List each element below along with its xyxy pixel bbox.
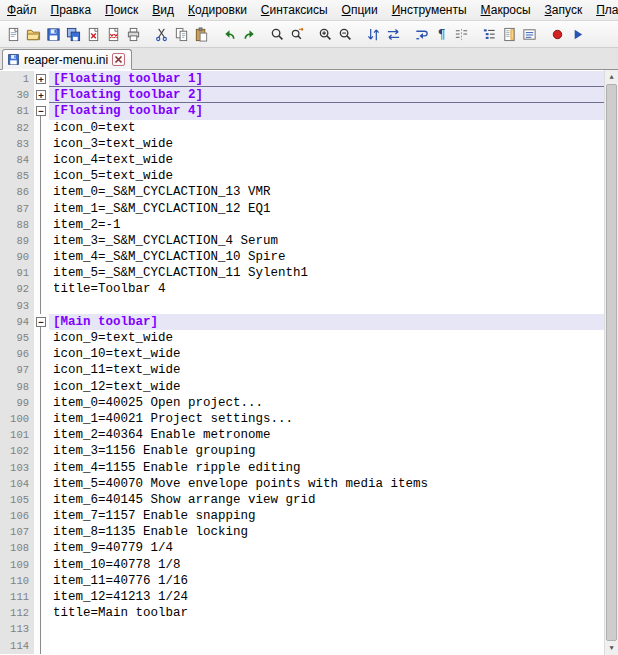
editor-row[interactable]: 82icon_0=text (0, 120, 604, 136)
macro-play-icon[interactable] (567, 23, 587, 45)
editor-row[interactable]: 94−[Main toolbar] (0, 314, 604, 330)
editor-row[interactable]: 30+[Floating toolbar 2] (0, 87, 604, 103)
editor-row[interactable]: 97icon_11=text_wide (0, 362, 604, 378)
find-icon[interactable] (267, 23, 287, 45)
editor-row[interactable]: 93 (0, 298, 604, 314)
new-file-icon[interactable] (3, 23, 23, 45)
line-number: 111 (0, 589, 34, 605)
save-icon[interactable] (43, 23, 63, 45)
editor-row[interactable]: 109item_10=40778 1/8 (0, 557, 604, 573)
menu-item[interactable]: Опции (335, 1, 385, 20)
word-wrap-icon[interactable] (411, 23, 431, 45)
vertical-scrollbar[interactable] (604, 70, 618, 655)
editor-row[interactable]: 107item_8=1135 Enable locking (0, 524, 604, 540)
cut-icon[interactable] (151, 23, 171, 45)
paste-icon[interactable] (191, 23, 211, 45)
close-all-icon[interactable] (103, 23, 123, 45)
editor-row[interactable]: 1+[Floating toolbar 1] (0, 71, 604, 87)
editor-row[interactable]: 105item_6=40145 Show arrange view grid (0, 492, 604, 508)
menu-item[interactable]: Синтаксисы (254, 1, 335, 20)
editor-row[interactable]: 102item_3=1156 Enable grouping (0, 443, 604, 459)
editor-row[interactable]: 113 (0, 621, 604, 637)
editor-row[interactable]: 110item_11=40776 1/16 (0, 573, 604, 589)
copy-icon[interactable] (171, 23, 191, 45)
scroll-up-arrow[interactable] (605, 70, 618, 84)
menu-item[interactable]: Правка (44, 1, 99, 20)
editor-row[interactable]: 111item_12=41213 1/24 (0, 589, 604, 605)
editor-row[interactable]: 104item_5=40070 Move envelope points wit… (0, 476, 604, 492)
tab-reaper-menu-ini[interactable]: reaper-menu.ini (2, 49, 132, 70)
fold-line (40, 265, 41, 281)
editor-row[interactable]: 103item_4=1155 Enable ripple editing (0, 460, 604, 476)
line-text: item_8=1135 Enable locking (49, 524, 604, 540)
indent-guide-icon[interactable] (451, 23, 471, 45)
sync-horizontal-icon[interactable] (383, 23, 403, 45)
document-list-icon[interactable] (519, 23, 539, 45)
editor-row[interactable]: 100item_1=40021 Project settings... (0, 411, 604, 427)
fold-margin (34, 379, 49, 395)
undo-icon[interactable] (219, 23, 239, 45)
editor-row[interactable]: 87item_1=_S&M_CYCLACTION_12 EQ1 (0, 201, 604, 217)
editor-row[interactable]: 106item_7=1157 Enable snapping (0, 508, 604, 524)
editor-row[interactable]: 89item_3=_S&M_CYCLACTION_4 Serum (0, 233, 604, 249)
line-text: icon_12=text_wide (49, 379, 604, 395)
editor-row[interactable]: 95icon_9=text_wide (0, 330, 604, 346)
editor-row[interactable]: 101item_2=40364 Enable metronome (0, 427, 604, 443)
save-all-icon[interactable] (63, 23, 83, 45)
scrollbar-thumb[interactable] (606, 84, 617, 641)
menu-item[interactable]: Файл (0, 1, 44, 20)
editor-row[interactable]: 90item_4=_S&M_CYCLACTION_10 Spire (0, 249, 604, 265)
editor-row[interactable]: 114 (0, 638, 604, 654)
replace-icon[interactable] (287, 23, 307, 45)
macro-record-icon[interactable] (547, 23, 567, 45)
line-number: 89 (0, 233, 34, 249)
editor-row[interactable]: 81−[Floating toolbar 4] (0, 103, 604, 119)
open-folder-icon[interactable] (23, 23, 43, 45)
line-number: 113 (0, 621, 34, 637)
print-icon[interactable] (123, 23, 143, 45)
function-list-icon[interactable] (479, 23, 499, 45)
editor-row[interactable]: 99item_0=40025 Open project... (0, 395, 604, 411)
fold-collapse-icon[interactable]: − (36, 317, 46, 327)
menu-item[interactable]: Вид (145, 1, 181, 20)
menu-item[interactable]: Запуск (538, 1, 590, 20)
redo-icon[interactable] (239, 23, 259, 45)
editor-row[interactable]: 83icon_3=text_wide (0, 136, 604, 152)
notepadpp-window: ФайлПравкаПоискВидКодировкиСинтаксисыОпц… (0, 0, 618, 655)
close-icon[interactable] (112, 53, 125, 66)
editor-row[interactable]: 86item_0=_S&M_CYCLACTION_13 VMR (0, 184, 604, 200)
menu-item[interactable]: Макросы (474, 1, 538, 20)
editor-row[interactable]: 92title=Toolbar 4 (0, 281, 604, 297)
close-icon[interactable] (83, 23, 103, 45)
zoom-out-icon[interactable] (335, 23, 355, 45)
line-number: 85 (0, 168, 34, 184)
editor-row[interactable]: 108item_9=40779 1/4 (0, 540, 604, 556)
menu-item[interactable]: Кодировки (181, 1, 254, 20)
line-text: icon_4=text_wide (49, 152, 604, 168)
toolbar: ¶ (0, 21, 618, 48)
sync-vertical-icon[interactable] (363, 23, 383, 45)
line-number: 91 (0, 265, 34, 281)
fold-margin (34, 217, 49, 233)
zoom-in-icon[interactable] (315, 23, 335, 45)
editor[interactable]: 1+[Floating toolbar 1]30+[Floating toolb… (0, 70, 618, 655)
line-number: 81 (0, 103, 34, 119)
menu-item[interactable]: Плагины (589, 1, 618, 20)
fold-line (40, 524, 41, 540)
editor-row[interactable]: 98icon_12=text_wide (0, 379, 604, 395)
editor-row[interactable]: 85icon_5=text_wide (0, 168, 604, 184)
document-map-icon[interactable] (499, 23, 519, 45)
line-number: 112 (0, 605, 34, 621)
editor-row[interactable]: 91item_5=_S&M_CYCLACTION_11 Sylenth1 (0, 265, 604, 281)
editor-row[interactable]: 112title=Main toolbar (0, 605, 604, 621)
scroll-down-arrow[interactable] (605, 641, 618, 655)
show-all-chars-icon[interactable]: ¶ (431, 23, 451, 45)
editor-row[interactable]: 84icon_4=text_wide (0, 152, 604, 168)
fold-collapse-icon[interactable]: − (36, 106, 46, 116)
editor-row[interactable]: 88item_2=-1 (0, 217, 604, 233)
fold-expand-icon[interactable]: + (36, 74, 46, 84)
editor-row[interactable]: 96icon_10=text_wide (0, 346, 604, 362)
fold-expand-icon[interactable]: + (36, 90, 46, 100)
menu-item[interactable]: Поиск (98, 1, 145, 20)
menu-item[interactable]: Инструменты (385, 1, 474, 20)
